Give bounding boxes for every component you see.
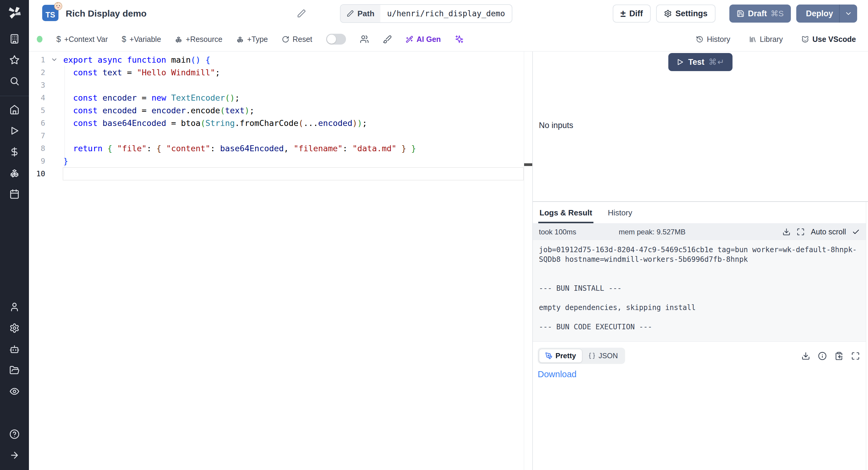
code-line[interactable]: 9} <box>29 155 532 167</box>
reset-button[interactable]: Reset <box>282 35 312 44</box>
history-button[interactable]: History <box>696 35 730 44</box>
code-line[interactable]: 8 return { "file": { "content": base64En… <box>29 142 532 155</box>
sidebar-item-play[interactable] <box>9 126 20 136</box>
log-line <box>539 293 860 303</box>
pretty-view-button[interactable]: Pretty <box>539 349 582 363</box>
edit-summary-pencil-icon[interactable] <box>297 9 306 18</box>
diff-button[interactable]: ± Diff <box>613 4 651 23</box>
code-line[interactable]: 2 const text = "Hello Windmill"; <box>29 66 532 79</box>
sidebar-item-search[interactable] <box>9 76 20 86</box>
add-resource-button[interactable]: +Resource <box>175 35 222 44</box>
language-badge-wrap: TS <box>42 5 59 22</box>
result-tabs: Logs & Result History <box>533 202 866 224</box>
use-vscode-button[interactable]: Use VScode <box>801 35 856 44</box>
library-button[interactable]: Library <box>749 35 783 44</box>
sidebar-item-dollar[interactable] <box>9 147 20 157</box>
log-line: empty dependencies, skipping install <box>539 303 860 312</box>
home-icon <box>9 104 20 115</box>
draft-shortcut: ⌘S <box>771 9 784 19</box>
code-line[interactable]: 6 const base64Encoded = btoa(String.from… <box>29 117 532 129</box>
add-type-button[interactable]: +Type <box>236 35 268 44</box>
building-icon <box>9 34 20 44</box>
add-context-var-button[interactable]: $ +Context Var <box>56 35 108 44</box>
download-logs-icon[interactable] <box>782 228 790 236</box>
line-number: 9 <box>29 157 45 165</box>
sidebar-item-arrow-right[interactable] <box>9 450 20 460</box>
history-icon <box>696 36 704 43</box>
boxes-icon <box>9 168 20 178</box>
download-file-link[interactable]: Download <box>538 369 577 379</box>
line-number: 3 <box>29 81 45 90</box>
sidebar-item-help-circle[interactable] <box>9 429 20 439</box>
code-line[interactable]: 3 <box>29 79 532 91</box>
sidebar-item-user[interactable] <box>9 302 20 312</box>
add-variable-button[interactable]: $ +Variable <box>122 35 161 44</box>
windmill-app: TS Rich Display demo Path u/henri/rich_d… <box>0 0 868 470</box>
sidebar-item-home[interactable] <box>9 104 20 115</box>
braces-icon <box>588 352 595 359</box>
copy-result-icon[interactable] <box>835 352 843 361</box>
sidebar-item-folder-open[interactable] <box>9 365 20 375</box>
users-icon[interactable] <box>360 35 369 44</box>
deploy-options-caret[interactable] <box>839 4 857 23</box>
tab-history[interactable]: History <box>607 203 633 223</box>
sidebar-item-settings[interactable] <box>9 323 20 333</box>
folder-open-icon <box>9 365 20 375</box>
topbar: TS Rich Display demo Path u/henri/rich_d… <box>29 0 868 27</box>
pen-icon <box>545 352 553 359</box>
draft-button[interactable]: Draft ⌘S <box>730 4 791 23</box>
info-icon[interactable] <box>818 352 827 361</box>
app-sidebar <box>0 0 29 470</box>
code-line[interactable]: 4 const encoder = new TextEncoder(); <box>29 91 532 104</box>
sparkles-icon[interactable] <box>455 35 464 44</box>
code-line[interactable]: 5 const encoded = encoder.encode(text); <box>29 104 532 117</box>
sidebar-item-building[interactable] <box>9 34 20 44</box>
json-view-button[interactable]: JSON <box>582 349 624 363</box>
fold-chevron-icon[interactable] <box>51 56 58 63</box>
code-line[interactable]: 1export async function main() { <box>29 53 532 66</box>
editor-toolbar: $ +Context Var $ +Variable +Resource +Ty… <box>29 27 868 52</box>
code-line[interactable]: 10 <box>29 167 532 180</box>
windmill-logo[interactable] <box>7 5 22 21</box>
search-icon <box>9 76 20 86</box>
sidebar-item-calendar[interactable] <box>9 189 20 199</box>
download-result-icon[interactable] <box>801 352 810 361</box>
settings-button[interactable]: Settings <box>656 4 715 23</box>
overview-ruler-cursor-mark[interactable] <box>524 163 532 166</box>
ai-gen-button[interactable]: AI Gen <box>406 35 441 44</box>
deploy-button[interactable]: Deploy <box>796 4 839 23</box>
tab-logs-result[interactable]: Logs & Result <box>538 203 593 223</box>
sidebar-tools-group <box>9 296 20 402</box>
path-label-section: Path <box>341 5 380 22</box>
run-duration: took 100ms <box>539 228 616 236</box>
indent-guide <box>64 66 65 167</box>
path-label: Path <box>358 9 374 19</box>
deploy-split-button: Deploy <box>796 4 857 23</box>
package-icon <box>175 36 182 43</box>
gear-icon <box>664 10 672 18</box>
expand-logs-icon[interactable] <box>797 228 805 236</box>
log-line: --- BUN INSTALL --- <box>539 283 860 293</box>
line-number: 5 <box>29 106 45 115</box>
result-area: Pretty JSON <box>533 341 866 470</box>
expand-result-icon[interactable] <box>851 352 860 361</box>
sidebar-item-eye[interactable] <box>9 386 20 397</box>
code-line[interactable]: 7 <box>29 129 532 142</box>
sidebar-item-bot[interactable] <box>9 344 20 354</box>
sidebar-top-group <box>9 28 20 92</box>
package-icon <box>236 36 244 43</box>
settings-icon <box>9 323 20 333</box>
collab-toggle[interactable] <box>326 34 346 44</box>
star-icon <box>9 55 20 65</box>
log-line: job=01912d75-163d-8204-47c9-5469c516cb1e… <box>539 245 860 264</box>
log-line <box>539 274 860 283</box>
sidebar-item-boxes[interactable] <box>9 168 20 178</box>
play-icon <box>676 58 684 66</box>
test-button[interactable]: Test ⌘↵ <box>668 53 733 71</box>
sidebar-item-star[interactable] <box>9 55 20 65</box>
format-brush-icon[interactable] <box>383 35 392 44</box>
auto-scroll-label[interactable]: Auto scroll <box>811 227 846 236</box>
code-editor[interactable]: 1export async function main() {2 const t… <box>29 52 533 470</box>
log-line: --- BUN CODE EXECUTION --- <box>539 322 860 332</box>
path-selector[interactable]: Path u/henri/rich_display_demo <box>340 4 513 23</box>
